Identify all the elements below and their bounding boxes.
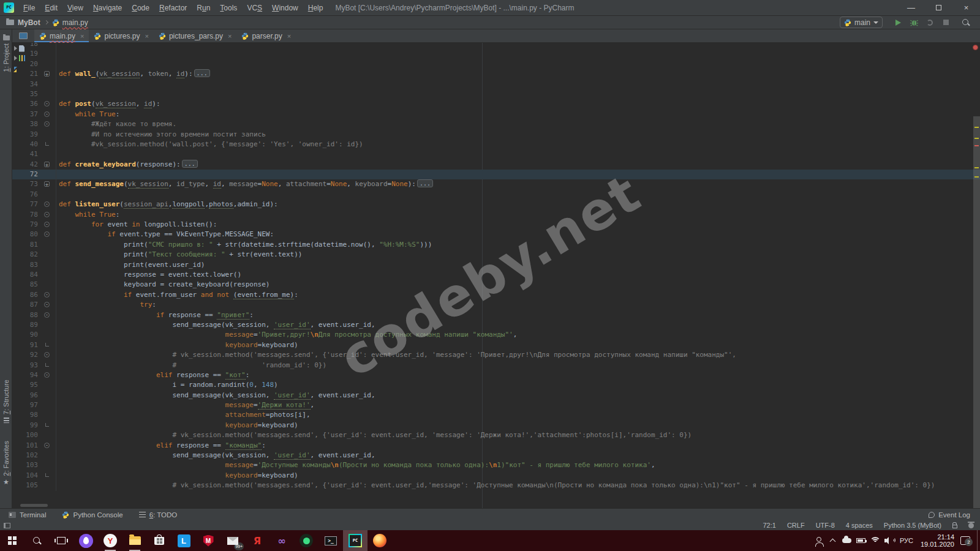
error-stripe-mark[interactable] [974, 167, 979, 168]
code-line[interactable]: 21+def wall_(vk_session, token, id):... [12, 69, 980, 79]
code-editor[interactable]: 18192021+def wall_(vk_session, token, id… [12, 43, 980, 508]
fold-icon[interactable] [45, 142, 49, 146]
fold-icon[interactable]: - [44, 201, 50, 207]
task-view-icon[interactable] [49, 530, 74, 551]
code-line[interactable]: 91 keyboard=keyboard) [12, 340, 980, 350]
fold-icon[interactable] [45, 343, 49, 347]
code-line[interactable]: 77-def listen_user(session_api,longpoll,… [12, 200, 980, 209]
vertical-scrollbar[interactable] [973, 116, 980, 508]
volume-icon[interactable] [883, 530, 896, 551]
pycharm-icon[interactable]: PC [343, 530, 368, 551]
error-stripe-mark[interactable] [974, 138, 979, 139]
code-line[interactable]: 18 [12, 43, 980, 49]
microsoft-store-icon[interactable] [147, 530, 172, 551]
menu-view[interactable]: View [62, 1, 88, 15]
code-line[interactable]: 84 response = event.text.lower() [12, 270, 980, 280]
code-line[interactable]: 36-def post(vk_session, id): [12, 99, 980, 109]
search-everywhere-button[interactable] [961, 18, 971, 28]
yandex-icon[interactable]: Я [245, 530, 270, 551]
egg-app-icon[interactable] [74, 530, 98, 551]
toolwindow-button-terminal[interactable]: Terminal [9, 511, 46, 519]
expand-arrow-icon[interactable] [14, 56, 17, 61]
taskbar-search-icon[interactable] [24, 530, 49, 551]
tray-chevron-icon[interactable] [826, 530, 840, 551]
fold-icon[interactable]: - [44, 372, 50, 378]
code-line[interactable]: 40 #vk_session.method('wall.post', {'mes… [12, 140, 980, 149]
code-line[interactable]: 99 keyboard=keyboard) [12, 421, 980, 430]
toolwindow-button-6-todo[interactable]: 6: TODO [139, 511, 178, 519]
minimize-button[interactable]: — [897, 0, 925, 16]
file-explorer-icon[interactable] [123, 530, 147, 551]
code-line[interactable]: 86- if event.from_user and not (event.fr… [12, 290, 980, 300]
close-icon[interactable]: × [287, 32, 291, 40]
fold-icon[interactable]: - [44, 101, 50, 107]
fold-icon[interactable] [45, 473, 49, 477]
code-line[interactable]: 94- elif response == "кот": [12, 370, 980, 380]
sidebar-item-structure[interactable]: 7: Structure [0, 380, 12, 423]
error-stripe-mark[interactable] [974, 127, 979, 128]
code-line[interactable]: 93 # 'random_id': 0}) [12, 361, 980, 370]
fold-icon[interactable]: - [44, 302, 50, 307]
clock[interactable]: 21:1419.01.2020 [917, 533, 958, 548]
code-line[interactable]: 88- if response == "привет": [12, 310, 980, 320]
yandex-browser-icon[interactable]: Y [98, 530, 123, 551]
code-line[interactable]: 35 [12, 89, 980, 99]
code-line[interactable]: 90 message='Привет,друг!\nДля просмотра … [12, 330, 980, 340]
firefox-icon[interactable] [368, 530, 392, 551]
code-line[interactable]: 81 print("СМС пришло в: " + str(datetime… [12, 240, 980, 250]
code-line[interactable]: 85 keyboard = create_keyboard(response) [12, 280, 980, 290]
code-line[interactable]: 80- if event.type == VkEventType.MESSAGE… [12, 230, 980, 239]
code-line[interactable]: 38- #Ждёт какое то время. [12, 119, 980, 129]
fold-icon[interactable]: - [44, 222, 50, 227]
android-studio-icon[interactable] [294, 530, 318, 551]
close-icon[interactable]: × [80, 32, 84, 40]
expand-arrow-icon[interactable] [14, 46, 17, 51]
code-line[interactable]: 101- elif response == "команды": [12, 441, 980, 451]
language-indicator[interactable]: РУС [897, 530, 916, 551]
code-line[interactable]: 76 [12, 190, 980, 200]
tool-window-toggle-icon[interactable] [4, 523, 10, 528]
fold-icon[interactable]: - [44, 312, 50, 318]
close-icon[interactable]: × [228, 32, 232, 40]
fold-icon[interactable]: + [44, 181, 50, 187]
menu-run[interactable]: Run [192, 1, 215, 15]
code-line[interactable]: 98 attachment=photos[i], [12, 410, 980, 420]
hector-inspector-icon[interactable] [968, 523, 974, 528]
tree-item[interactable] [14, 64, 25, 72]
breadcrumb-file[interactable]: main.py [62, 18, 88, 27]
run-configuration-select[interactable]: main [840, 17, 883, 28]
menu-tools[interactable]: Tools [215, 1, 242, 15]
litres-icon[interactable]: L [172, 530, 196, 551]
editor-tab-list-button[interactable] [12, 29, 34, 42]
code-line[interactable]: 39 #И по истечению этого времени постит … [12, 130, 980, 140]
tab-pictures_pars.py[interactable]: pictures_pars.py× [154, 29, 236, 42]
fold-icon[interactable]: - [44, 111, 50, 117]
tree-item[interactable] [14, 54, 25, 62]
mcafee-icon[interactable]: M [196, 530, 221, 551]
battery-icon[interactable] [854, 530, 868, 551]
fold-icon[interactable] [45, 423, 49, 427]
menu-navigate[interactable]: Navigate [88, 1, 127, 15]
start-button[interactable] [0, 530, 24, 551]
code-line[interactable]: 105 # vk_session.method('messages.send',… [12, 481, 980, 490]
code-line[interactable]: 73+def send_message(vk_session, id_type,… [12, 179, 980, 189]
mail-icon[interactable]: 99+ [221, 530, 245, 551]
code-line[interactable]: 83 print(event.user_id) [12, 260, 980, 270]
code-line[interactable]: 92- # vk_session.method('messages.send',… [12, 350, 980, 360]
code-line[interactable]: 87- try: [12, 300, 980, 310]
error-stripe-mark[interactable] [974, 176, 979, 178]
tree-item[interactable] [14, 45, 25, 52]
fold-icon[interactable] [45, 363, 49, 367]
indent-style[interactable]: 4 spaces [846, 522, 873, 529]
fold-icon[interactable]: + [44, 71, 50, 77]
code-line[interactable]: 34 [12, 80, 980, 89]
menu-window[interactable]: Window [267, 1, 303, 15]
close-icon[interactable]: × [145, 32, 149, 40]
sidebar-item-favorites[interactable]: 2: Favorites ★ [0, 441, 12, 485]
menu-refactor[interactable]: Refactor [154, 1, 192, 15]
code-line[interactable]: 41 [12, 149, 980, 159]
cmd-icon[interactable]: >_ [318, 530, 343, 551]
code-line[interactable]: 100 # vk_session.method('messages.send',… [12, 430, 980, 440]
run-button[interactable] [893, 18, 903, 28]
tab-main.py[interactable]: main.py× [34, 29, 89, 42]
